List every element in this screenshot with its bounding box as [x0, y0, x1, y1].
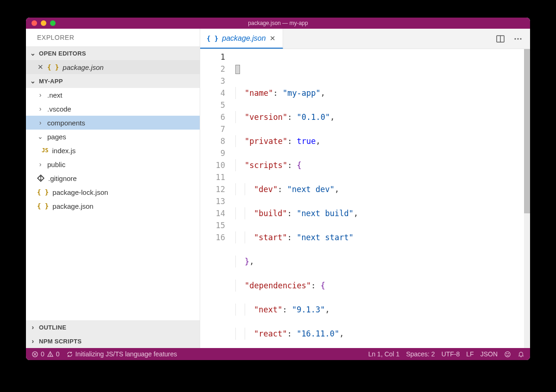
json-icon: { }: [207, 35, 218, 42]
tree-file-index-js[interactable]: JS index.js: [26, 143, 200, 157]
svg-point-5: [514, 38, 516, 39]
tab-bar: { } package.json ✕: [200, 29, 530, 49]
cursor: [235, 65, 240, 74]
line-gutter: 12345678910111213141516: [200, 49, 234, 348]
feedback-icon[interactable]: [504, 351, 511, 358]
svg-point-7: [520, 38, 521, 39]
eol[interactable]: LF: [466, 350, 474, 358]
open-editors-label: OPEN EDITORS: [39, 50, 86, 57]
cursor-position[interactable]: Ln 1, Col 1: [368, 350, 400, 358]
tree-file-gitignore[interactable]: .gitignore: [26, 171, 200, 185]
chevron-down-icon: ⌄: [30, 50, 36, 57]
editor-area: { } package.json ✕ 123456789101112131415…: [200, 29, 530, 348]
indentation[interactable]: Spaces: 2: [406, 350, 435, 358]
tree-file-package-lock[interactable]: { } package-lock.json: [26, 185, 200, 199]
encoding[interactable]: UTF-8: [442, 350, 460, 358]
close-icon[interactable]: ✕: [37, 63, 44, 71]
chevron-right-icon: ›: [37, 91, 44, 99]
tree-folder-next[interactable]: › .next: [26, 88, 200, 102]
tree-item-label: public: [47, 161, 65, 168]
tree-folder-pages[interactable]: ⌄ pages: [26, 130, 200, 143]
scrollbar[interactable]: [524, 49, 530, 348]
language-mode[interactable]: JSON: [480, 350, 498, 358]
error-count: 0: [41, 350, 44, 358]
tree-item-label: package-lock.json: [52, 188, 108, 196]
chevron-down-icon: ⌄: [30, 77, 36, 85]
svg-point-13: [505, 351, 510, 356]
chevron-right-icon: ›: [37, 105, 44, 112]
tree-item-label: package.json: [52, 202, 93, 210]
tree-item-label: components: [47, 119, 85, 127]
open-editor-filename: package.json: [63, 63, 103, 71]
file-tree: › .next › .vscode › components ⌄ pages J…: [26, 88, 200, 320]
scrollbar-thumb[interactable]: [524, 49, 530, 213]
tab-package-json[interactable]: { } package.json ✕: [200, 29, 283, 49]
explorer-title: EXPLORER: [26, 29, 200, 46]
sync-icon: [66, 351, 73, 358]
vscode-window: package.json — my-app EXPLORER ⌄ OPEN ED…: [26, 18, 530, 360]
chevron-right-icon: ›: [37, 161, 44, 168]
tree-item-label: .gitignore: [48, 174, 77, 182]
chevron-right-icon: ›: [37, 119, 44, 126]
chevron-down-icon: ⌄: [37, 133, 44, 140]
close-tab-icon[interactable]: ✕: [270, 34, 276, 43]
tab-filename: package.json: [222, 34, 265, 43]
tree-item-label: index.js: [52, 147, 76, 155]
traffic-lights: [26, 20, 56, 26]
json-icon: { }: [37, 202, 49, 210]
titlebar: package.json — my-app: [26, 18, 530, 29]
chevron-right-icon: ›: [30, 324, 36, 331]
svg-rect-2: [40, 177, 41, 180]
svg-point-14: [506, 353, 507, 354]
npm-scripts-label: NPM SCRIPTS: [39, 338, 82, 345]
code-content[interactable]: "name": "my-app", "version": "0.1.0", "p…: [234, 49, 530, 348]
svg-point-15: [508, 353, 509, 354]
maximize-window-button[interactable]: [50, 20, 56, 26]
window-title: package.json — my-app: [26, 20, 530, 26]
outline-section[interactable]: › OUTLINE: [26, 320, 200, 334]
status-bar: 0 0 Initializing JS/TS language features…: [26, 348, 530, 360]
explorer-sidebar: EXPLORER ⌄ OPEN EDITORS ✕ { } package.js…: [26, 29, 200, 348]
problems-status[interactable]: 0 0: [32, 350, 60, 358]
tree-item-label: pages: [47, 133, 66, 141]
tree-folder-public[interactable]: › public: [26, 157, 200, 171]
split-editor-icon[interactable]: [496, 34, 505, 44]
open-editors-section[interactable]: ⌄ OPEN EDITORS: [26, 46, 200, 60]
tree-file-package-json[interactable]: { } package.json: [26, 199, 200, 213]
json-icon: { }: [47, 63, 59, 71]
tree-item-label: .vscode: [47, 105, 71, 113]
json-icon: { }: [37, 188, 49, 196]
project-label: MY-APP: [39, 78, 63, 85]
svg-point-6: [517, 38, 518, 39]
warning-icon: [47, 351, 54, 358]
tree-folder-vscode[interactable]: › .vscode: [26, 102, 200, 116]
more-actions-icon[interactable]: [513, 34, 523, 44]
svg-point-12: [50, 355, 51, 355]
notifications-icon[interactable]: [518, 351, 524, 358]
language-status[interactable]: Initializing JS/TS language features: [66, 350, 177, 358]
status-message: Initializing JS/TS language features: [76, 350, 177, 358]
chevron-right-icon: ›: [30, 337, 36, 345]
tab-actions: [496, 29, 530, 49]
outline-label: OUTLINE: [39, 324, 66, 331]
javascript-icon: JS: [42, 147, 48, 154]
error-icon: [32, 351, 38, 358]
tree-item-label: .next: [47, 91, 63, 99]
minimize-window-button[interactable]: [41, 20, 46, 26]
tree-folder-components[interactable]: › components: [26, 116, 200, 130]
git-icon: [37, 174, 44, 182]
npm-scripts-section[interactable]: › NPM SCRIPTS: [26, 334, 200, 348]
warning-count: 0: [56, 350, 60, 358]
open-editor-item[interactable]: ✕ { } package.json: [26, 60, 200, 74]
project-section[interactable]: ⌄ MY-APP: [26, 74, 200, 88]
close-window-button[interactable]: [32, 20, 37, 26]
code-editor[interactable]: 12345678910111213141516 "name": "my-app"…: [200, 49, 530, 348]
